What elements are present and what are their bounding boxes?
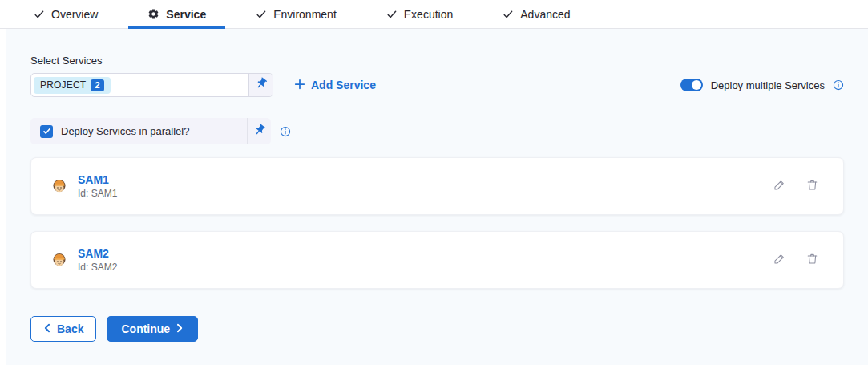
trash-icon	[805, 252, 819, 269]
pin-icon	[253, 124, 266, 140]
parallel-checkbox[interactable]	[40, 125, 53, 138]
select-services-value[interactable]: PROJECT 2	[31, 74, 248, 96]
wizard-footer: Back Continue	[30, 316, 844, 342]
tab-environment[interactable]: Environment	[236, 0, 356, 28]
pencil-icon	[773, 178, 786, 195]
back-button[interactable]: Back	[30, 316, 96, 342]
tab-advanced[interactable]: Advanced	[483, 0, 589, 28]
edit-service-button[interactable]	[773, 178, 786, 195]
service-name-link[interactable]: SAM1	[78, 173, 117, 187]
parallel-checkbox-label: Deploy Services in parallel?	[61, 125, 189, 137]
tab-label: Execution	[404, 8, 453, 21]
add-service-button[interactable]: Add Service	[294, 79, 376, 92]
select-services-label: Select Services	[30, 55, 844, 67]
project-tag-chip[interactable]: PROJECT 2	[34, 77, 111, 94]
pin-services-button[interactable]	[248, 74, 273, 96]
deploy-multiple-group: Deploy multiple Services	[680, 79, 844, 91]
trash-icon	[805, 178, 819, 195]
tab-overview[interactable]: Overview	[14, 0, 117, 28]
tab-label: Overview	[51, 8, 98, 21]
continue-button-label: Continue	[121, 322, 170, 335]
select-services-input[interactable]: PROJECT 2	[30, 73, 273, 97]
stage-tabbar: Overview Service Environment Execution A…	[0, 0, 868, 29]
deploy-multiple-label: Deploy multiple Services	[711, 79, 825, 91]
service-avatar	[50, 177, 68, 195]
deploy-multiple-toggle[interactable]	[680, 79, 703, 91]
info-icon[interactable]	[280, 126, 291, 137]
check-icon	[386, 9, 398, 20]
delete-service-button[interactable]	[805, 178, 819, 195]
tab-label: Advanced	[520, 8, 570, 21]
tab-service[interactable]: Service	[128, 0, 225, 28]
service-name-link[interactable]: SAM2	[78, 247, 117, 261]
chevron-right-icon	[176, 322, 184, 335]
info-icon[interactable]	[833, 79, 844, 91]
parallel-checkbox-bar: Deploy Services in parallel?	[30, 118, 271, 144]
pencil-icon	[773, 252, 786, 269]
tab-execution[interactable]: Execution	[367, 0, 472, 28]
gear-icon	[147, 8, 159, 20]
continue-button[interactable]: Continue	[107, 316, 198, 342]
pin-icon	[255, 77, 268, 93]
tab-label: Environment	[273, 8, 337, 21]
chevron-left-icon	[43, 322, 50, 335]
check-icon	[503, 9, 514, 20]
plus-icon	[294, 79, 305, 92]
check-icon	[34, 9, 45, 20]
service-avatar	[50, 251, 68, 269]
service-id-text: Id: SAM2	[78, 262, 117, 274]
pin-parallel-button[interactable]	[247, 118, 271, 144]
edit-service-button[interactable]	[773, 252, 786, 269]
service-card-sam1: SAM1 Id: SAM1	[30, 157, 844, 215]
check-icon	[256, 9, 267, 20]
service-tab-panel: Select Services PROJECT 2 Add Service	[6, 29, 868, 365]
service-card-sam2: SAM2 Id: SAM2	[30, 231, 844, 289]
add-service-label: Add Service	[311, 79, 376, 91]
tab-label: Service	[166, 8, 206, 21]
service-id-text: Id: SAM1	[78, 188, 117, 200]
back-button-label: Back	[57, 322, 83, 335]
tag-count-badge: 2	[91, 79, 103, 91]
delete-service-button[interactable]	[805, 252, 819, 269]
tag-label: PROJECT	[40, 79, 86, 91]
parallel-checkbox-group[interactable]: Deploy Services in parallel?	[30, 118, 247, 144]
